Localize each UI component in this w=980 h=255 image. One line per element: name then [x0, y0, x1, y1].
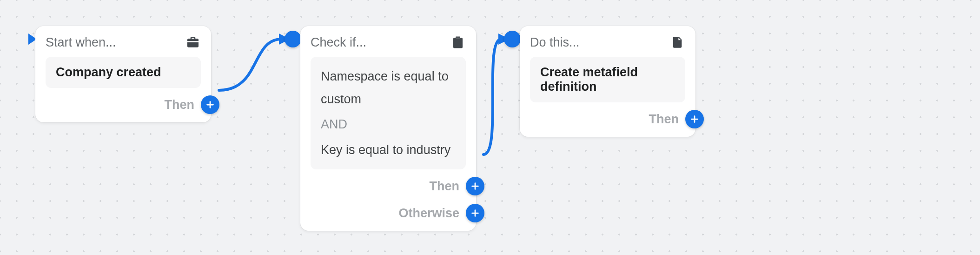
condition-header: Check if...	[311, 34, 466, 50]
condition-entry-dot	[285, 31, 301, 47]
condition-output-otherwise: Otherwise	[398, 204, 484, 222]
add-after-action-button[interactable]	[685, 110, 704, 128]
action-output-then-label: Then	[649, 112, 679, 127]
document-icon	[669, 34, 685, 50]
condition-header-label: Check if...	[311, 35, 366, 50]
condition-line-1: Namespace is equal to custom	[321, 69, 449, 106]
condition-output-then: Then	[430, 177, 485, 195]
action-card[interactable]: Do this... Create metafield definition T…	[520, 26, 695, 137]
action-header-label: Do this...	[530, 35, 580, 50]
action-entry-dot	[504, 31, 521, 47]
trigger-output-then-label: Then	[165, 98, 195, 112]
action-content: Create metafield definition	[530, 57, 685, 102]
trigger-content: Company created	[46, 57, 201, 88]
trigger-header: Start when...	[46, 34, 201, 50]
condition-line-2: Key is equal to industry	[321, 143, 450, 157]
condition-joiner: AND	[321, 113, 456, 136]
action-header: Do this...	[530, 34, 685, 50]
trigger-output-then: Then	[165, 95, 220, 114]
trigger-card[interactable]: Start when... Company created Then	[35, 26, 211, 122]
condition-output-then-label: Then	[430, 179, 460, 194]
action-output-then: Then	[649, 110, 704, 128]
condition-card[interactable]: Check if... Namespace is equal to custom…	[300, 26, 476, 231]
briefcase-icon	[185, 34, 201, 50]
condition-content: Namespace is equal to custom AND Key is …	[311, 57, 466, 169]
condition-output-otherwise-label: Otherwise	[398, 206, 459, 221]
add-after-condition-otherwise-button[interactable]	[466, 204, 484, 222]
clipboard-check-icon	[450, 34, 466, 50]
trigger-header-label: Start when...	[46, 35, 116, 50]
add-after-trigger-button[interactable]	[201, 95, 219, 114]
add-after-condition-then-button[interactable]	[466, 177, 484, 195]
